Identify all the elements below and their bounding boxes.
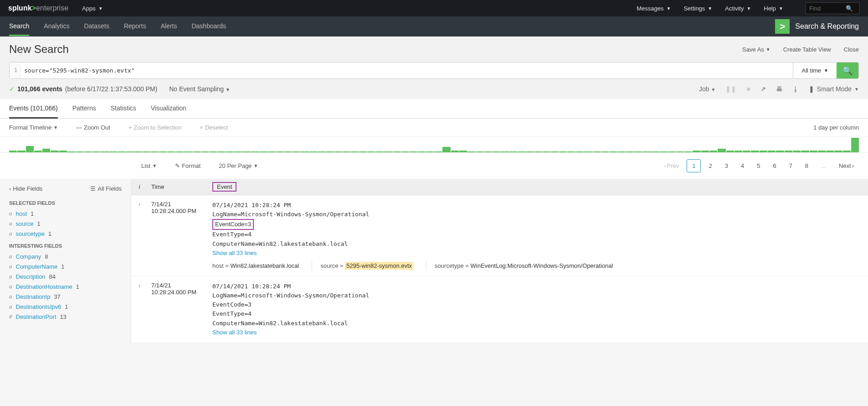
nav-alerts[interactable]: Alerts (161, 17, 177, 36)
page-1[interactable]: 1 (687, 159, 701, 172)
timeline-bar[interactable] (451, 151, 459, 152)
global-find[interactable]: 🔍 (805, 2, 860, 14)
timeline-bar[interactable] (668, 151, 675, 152)
activity-menu[interactable]: Activity ▼ (725, 5, 751, 12)
timeline-bar[interactable] (543, 151, 550, 152)
timeline-bar[interactable] (334, 151, 342, 152)
field-name[interactable]: ComputerName (16, 263, 58, 270)
tab-statistics[interactable]: Statistics (111, 99, 136, 118)
create-table-view-button[interactable]: Create Table View (783, 46, 831, 53)
timeline-bar[interactable] (584, 151, 592, 152)
settings-menu[interactable]: Settings ▼ (683, 5, 712, 12)
field-name[interactable]: sourcetype (16, 230, 45, 237)
timeline-bar[interactable] (234, 151, 242, 152)
timeline-bar[interactable] (684, 151, 692, 152)
timeline-bar[interactable] (118, 151, 125, 152)
timeline-bar[interactable] (309, 151, 317, 152)
close-button[interactable]: Close (844, 46, 859, 53)
field-name[interactable]: DestinationHostname (16, 283, 72, 290)
search-input[interactable]: source="5295-win82-sysmon.evtx" (21, 62, 793, 78)
timeline-bar[interactable] (676, 151, 684, 152)
timeline-bar[interactable] (434, 151, 442, 152)
field-row[interactable]: asource1 (9, 219, 122, 229)
timeline-bar[interactable] (818, 151, 826, 152)
timeline-bar[interactable] (301, 151, 308, 152)
timeline-bar[interactable] (493, 151, 500, 152)
timeline-bar[interactable] (743, 151, 750, 152)
timeline-bar[interactable] (84, 151, 92, 152)
next-page[interactable]: Next › (834, 160, 859, 172)
timeline-bar[interactable] (276, 151, 284, 152)
field-row[interactable]: #DestinationPort13 (9, 312, 122, 322)
timeline-bar[interactable] (834, 151, 842, 152)
field-row[interactable]: asourcetype1 (9, 229, 122, 239)
timeline-bar[interactable] (209, 151, 217, 152)
timeline-bar[interactable] (151, 151, 159, 152)
timeline-bar[interactable] (734, 151, 742, 152)
timeline-bar[interactable] (810, 151, 817, 152)
info-column-header[interactable]: i (131, 179, 148, 195)
timeline-bar[interactable] (709, 151, 717, 152)
list-format-dropdown[interactable]: List ▼ (141, 162, 157, 169)
timeline-bar[interactable] (601, 151, 609, 152)
timeline-bar[interactable] (384, 151, 392, 152)
format-button[interactable]: ✎ Format (175, 162, 200, 169)
search-icon[interactable]: 🔍 (846, 5, 853, 12)
timeline-bar[interactable] (826, 151, 834, 152)
print-icon[interactable]: 🖶 (776, 85, 782, 93)
field-name[interactable]: DestinationIsIpv6 (16, 303, 62, 310)
timeline-bar[interactable] (801, 151, 809, 152)
timeline-bar[interactable] (326, 151, 334, 152)
timeline-bar[interactable] (418, 151, 426, 152)
timeline-bar[interactable] (251, 151, 259, 152)
timeline-bar[interactable] (718, 149, 725, 152)
page-5[interactable]: 5 (752, 160, 765, 172)
timeline-bar[interactable] (126, 151, 134, 152)
all-fields-button[interactable]: ☰ All Fields (90, 185, 122, 192)
nav-analytics[interactable]: Analytics (44, 17, 69, 36)
timeline-bar[interactable] (634, 151, 642, 152)
pause-icon[interactable]: ❚❚ (725, 85, 736, 93)
timeline-bar[interactable] (560, 151, 567, 152)
timeline-bar[interactable] (409, 151, 417, 152)
timeline-bar[interactable] (159, 151, 167, 152)
timeline-bar[interactable] (484, 151, 492, 152)
zoom-out-button[interactable]: — Zoom Out (76, 124, 110, 131)
field-row[interactable]: aCompany8 (9, 251, 122, 261)
timeline-bar[interactable] (242, 151, 250, 152)
timeline-bar[interactable] (368, 151, 375, 152)
tab-patterns[interactable]: Patterns (72, 99, 96, 118)
timeline-bar[interactable] (776, 151, 784, 152)
timeline-bar[interactable] (176, 151, 184, 152)
timeline-bar[interactable] (393, 151, 401, 152)
field-row[interactable]: aDestinationIp37 (9, 291, 122, 302)
page-2[interactable]: 2 (704, 160, 717, 172)
timeline-bar[interactable] (376, 151, 384, 152)
page-6[interactable]: 6 (768, 160, 781, 172)
help-menu[interactable]: Help ▼ (764, 5, 783, 12)
timeline-bar[interactable] (793, 151, 801, 152)
timeline-bar[interactable] (293, 151, 300, 152)
field-row[interactable]: aDestinationIsIpv61 (9, 302, 122, 312)
tab-visualization[interactable]: Visualization (151, 99, 186, 118)
field-row[interactable]: aDestinationHostname1 (9, 281, 122, 291)
nav-datasets[interactable]: Datasets (84, 17, 109, 36)
timeline-bar[interactable] (109, 151, 117, 152)
page-7[interactable]: 7 (784, 160, 797, 172)
time-column-header[interactable]: Time (148, 179, 208, 195)
timeline-chart[interactable] (0, 136, 868, 153)
timeline-bar[interactable] (184, 151, 192, 152)
timeline-bar[interactable] (168, 151, 175, 152)
timeline-bar[interactable] (501, 151, 509, 152)
timeline-bar[interactable] (92, 151, 100, 152)
timeline-bar[interactable] (217, 151, 225, 152)
timeline-bar[interactable] (626, 151, 634, 152)
nav-search[interactable]: Search (9, 17, 29, 36)
splunk-logo[interactable]: splunk>enterprise (8, 4, 68, 12)
timeline-bar[interactable] (618, 151, 626, 152)
timeline-bar[interactable] (101, 151, 108, 152)
apps-menu[interactable]: Apps ▼ (82, 5, 103, 12)
search-button[interactable]: 🔍 (837, 62, 858, 78)
timeline-bar[interactable] (518, 151, 525, 152)
timeline-bar[interactable] (643, 151, 651, 152)
